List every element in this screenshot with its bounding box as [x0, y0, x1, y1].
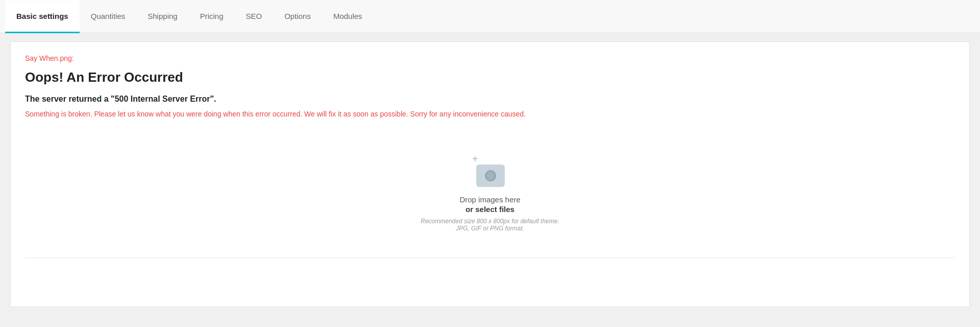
image-drop-zone[interactable]: + Drop images here or select files Recom… — [25, 138, 955, 247]
tab-basic-settings[interactable]: Basic settings — [5, 1, 80, 33]
drop-line1: Drop images here — [459, 195, 520, 204]
camera-body — [476, 165, 505, 187]
tab-options[interactable]: Options — [273, 1, 322, 33]
drop-line2: or select files — [465, 205, 514, 214]
tab-shipping[interactable]: Shipping — [136, 1, 188, 33]
camera-lens — [485, 170, 496, 181]
error-subtitle: The server returned a "500 Internal Serv… — [25, 95, 955, 104]
drop-hint1: Recommended size 800 x 800px for default… — [421, 218, 559, 225]
tab-modules[interactable]: Modules — [322, 1, 374, 33]
bottom-divider — [25, 258, 955, 258]
tab-pricing[interactable]: Pricing — [189, 1, 235, 33]
camera-icon: + — [472, 154, 508, 187]
plus-icon: + — [472, 154, 478, 164]
file-label: Say When.png: — [25, 54, 955, 62]
content-card: Say When.png: Oops! An Error Occurred Th… — [10, 41, 970, 307]
tab-bar: Basic settings Quantities Shipping Prici… — [0, 0, 980, 33]
error-message: Something is broken. Please let us know … — [25, 110, 955, 118]
drop-hint2: JPG, GIF or PNG format. — [456, 225, 524, 232]
tab-seo[interactable]: SEO — [235, 1, 274, 33]
tab-quantities[interactable]: Quantities — [80, 1, 137, 33]
error-title: Oops! An Error Occurred — [25, 69, 955, 85]
main-content: Say When.png: Oops! An Error Occurred Th… — [0, 33, 980, 315]
